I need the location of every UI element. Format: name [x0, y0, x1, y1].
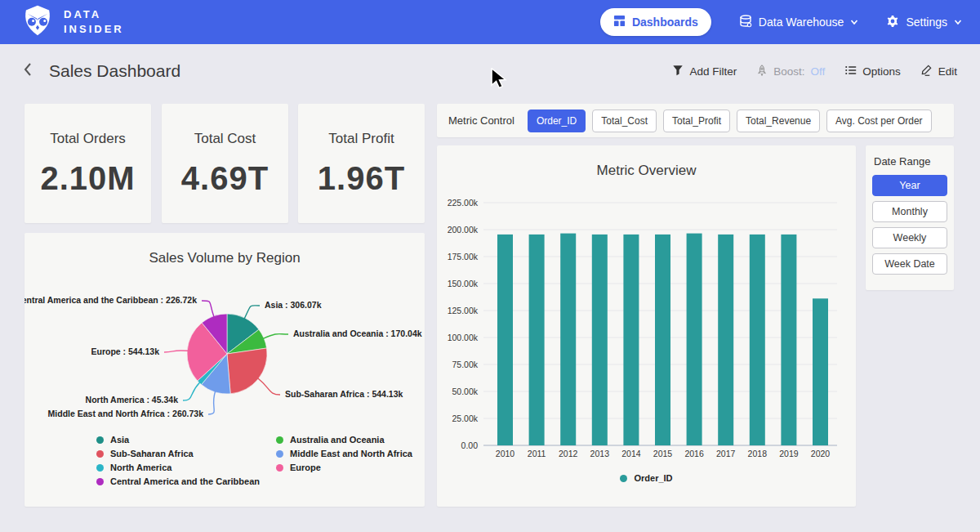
nav-dashboards-button[interactable]: Dashboards: [600, 8, 711, 36]
y-tick-label: 200.00k: [448, 225, 479, 235]
x-tick-label: 2020: [811, 449, 831, 458]
brand[interactable]: DATA INSIDER: [21, 4, 124, 40]
pie-slice-label-asia: Asia : 306.07k: [265, 300, 322, 310]
bar-chart-svg[interactable]: 0.0025.00k50.00k75.00k100.00k125.00k150.…: [437, 145, 856, 507]
edit-button[interactable]: Edit: [920, 64, 957, 78]
metric-option-avg-cost-per-order[interactable]: Avg. Cost per Order: [826, 110, 932, 132]
list-options-icon: [844, 65, 857, 78]
pie-slice-label-sub-saharan-africa: Sub-Saharan Africa : 544.13k: [285, 389, 403, 399]
bar-2019[interactable]: [781, 235, 796, 445]
date-range-option-weekly[interactable]: Weekly: [872, 227, 947, 248]
back-button[interactable]: [21, 61, 34, 81]
legend-column: AsiaSub-Saharan AfricaNorth AmericaCentr…: [96, 435, 260, 486]
add-filter-button[interactable]: Add Filter: [672, 65, 737, 78]
pie-slice-sub-saharan-africa[interactable]: [227, 348, 267, 394]
bar-2012[interactable]: [560, 234, 576, 445]
kpi-card-total-orders: Total Orders 2.10M: [24, 104, 151, 223]
legend-item-europe[interactable]: Europe: [276, 463, 412, 472]
kpi-label: Total Orders: [50, 131, 126, 147]
bar-2010[interactable]: [497, 235, 513, 445]
x-tick-label: 2015: [653, 449, 673, 458]
metric-option-total-cost[interactable]: Total_Cost: [592, 110, 657, 132]
legend-label: Middle East and North Africa: [290, 449, 412, 458]
kpi-label: Total Cost: [194, 131, 256, 147]
bar-2020[interactable]: [813, 298, 828, 445]
y-tick-label: 0.00: [461, 440, 479, 450]
pencil-icon: [920, 64, 933, 78]
boost-value: Off: [810, 65, 825, 78]
metric-option-total-profit[interactable]: Total_Profit: [663, 110, 730, 132]
y-tick-label: 125.00k: [448, 306, 479, 315]
legend-label: Asia: [110, 435, 129, 445]
bar-2017[interactable]: [718, 235, 733, 445]
legend-label: Australia and Oceania: [290, 435, 385, 445]
y-tick-label: 150.00k: [448, 279, 479, 288]
x-tick-label: 2019: [779, 449, 799, 458]
y-tick-label: 225.00k: [448, 198, 479, 208]
pie-slice-label-north-america: North America : 45.34k: [86, 395, 179, 405]
legend-label: Sub-Saharan Africa: [110, 449, 194, 458]
x-tick-label: 2011: [528, 449, 546, 458]
date-range-option-monthly[interactable]: Monthly: [872, 201, 947, 222]
legend-swatch: [96, 436, 104, 444]
gear-icon: [886, 15, 899, 30]
boost-toggle[interactable]: Boost: Off: [756, 65, 825, 78]
bar-2015[interactable]: [655, 235, 670, 445]
x-tick-label: 2016: [684, 449, 704, 458]
pie-leader-line: [202, 301, 214, 317]
x-tick-label: 2013: [590, 449, 610, 458]
kpi-value: 4.69T: [181, 160, 269, 197]
legend-item-middle-east-and-north-africa[interactable]: Middle East and North Africa: [276, 449, 412, 458]
legend-item-central-america-and-the-caribbean[interactable]: Central America and the Caribbean: [96, 476, 260, 486]
nav-settings[interactable]: Settings: [886, 15, 962, 30]
y-tick-label: 50.00k: [452, 387, 478, 396]
metric-option-order-id[interactable]: Order_ID: [528, 110, 586, 132]
mouse-cursor: [490, 68, 510, 89]
legend-swatch: [96, 450, 104, 458]
boost-label: Boost:: [773, 65, 804, 78]
metric-control-buttons: Order_IDTotal_CostTotal_ProfitTotal_Reve…: [528, 110, 932, 132]
legend-swatch: [96, 478, 104, 485]
brand-line1: DATA: [64, 7, 124, 22]
metric-control-bar: Metric Control Order_IDTotal_CostTotal_P…: [437, 104, 954, 137]
bar-chart-legend: Order_ID: [437, 473, 856, 483]
bar-2014[interactable]: [623, 235, 639, 445]
rocket-icon: [756, 65, 768, 78]
kpi-value: 2.10M: [40, 160, 135, 197]
options-label: Options: [862, 65, 901, 78]
date-range-option-year[interactable]: Year: [872, 175, 947, 196]
owl-logo-icon: [21, 4, 54, 40]
legend-item-australia-and-oceania[interactable]: Australia and Oceania: [276, 435, 412, 445]
bar-2018[interactable]: [750, 235, 765, 445]
y-tick-label: 100.00k: [448, 333, 479, 342]
filter-funnel-icon: [672, 65, 684, 78]
legend-swatch: [276, 436, 283, 444]
legend-item-north-america[interactable]: North America: [96, 463, 260, 472]
pie-leader-line: [258, 378, 280, 395]
pie-leader-line: [244, 306, 260, 319]
bar-2011[interactable]: [529, 235, 545, 445]
legend-item-asia[interactable]: Asia: [96, 435, 260, 445]
legend-item-sub-saharan-africa[interactable]: Sub-Saharan Africa: [96, 449, 260, 458]
pie-slice-label-australia-and-oceania: Australia and Oceania : 170.04k: [293, 329, 422, 338]
options-button[interactable]: Options: [844, 65, 901, 78]
chevron-down-icon: [850, 18, 858, 26]
bar-2016[interactable]: [687, 234, 702, 445]
nav-settings-label: Settings: [906, 16, 947, 29]
bar-2013[interactable]: [592, 235, 608, 445]
x-tick-label: 2010: [496, 449, 515, 458]
date-range-option-week-date[interactable]: Week Date: [872, 253, 947, 275]
legend-column: Australia and OceaniaMiddle East and Nor…: [276, 435, 412, 486]
add-filter-label: Add Filter: [689, 65, 737, 78]
nav-data-warehouse[interactable]: Data Warehouse: [739, 15, 859, 30]
y-tick-label: 75.00k: [452, 360, 478, 369]
legend-label: North America: [110, 463, 172, 472]
metric-option-total-revenue[interactable]: Total_Revenue: [737, 110, 820, 132]
legend-swatch: [276, 450, 283, 458]
brand-line2: INSIDER: [64, 22, 124, 37]
legend-swatch: [96, 464, 104, 472]
pie-legend: AsiaSub-Saharan AfricaNorth AmericaCentr…: [96, 435, 412, 486]
legend-label: Europe: [290, 463, 321, 472]
kpi-card-total-profit: Total Profit 1.96T: [298, 104, 425, 223]
page-title: Sales Dashboard: [49, 61, 180, 81]
